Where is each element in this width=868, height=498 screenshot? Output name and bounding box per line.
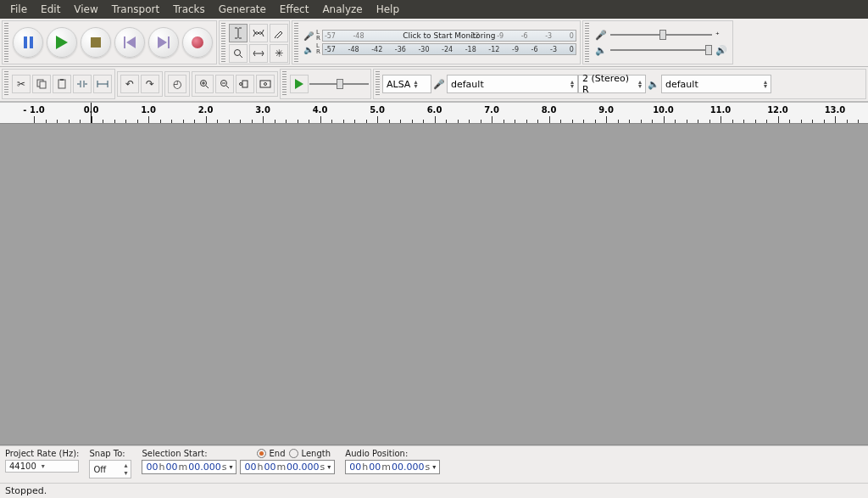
timeline-ruler[interactable]: - 1.00.01.02.03.04.05.06.07.08.09.010.01…	[0, 102, 868, 124]
meter-tick: -24	[442, 46, 453, 53]
menu-analyze[interactable]: Analyze	[315, 1, 369, 18]
menu-help[interactable]: Help	[370, 1, 406, 18]
play-at-speed-button[interactable]	[290, 75, 309, 93]
meter-tick: -42	[371, 46, 382, 53]
ruler-label: 3.0	[255, 105, 270, 115]
ruler-label: 6.0	[427, 105, 442, 115]
monitor-overlay[interactable]: Click to Start Monitoring	[323, 31, 576, 41]
fit-project-icon	[259, 79, 271, 89]
multi-tool[interactable]: ✳	[270, 44, 288, 63]
zoom-in-icon	[199, 79, 209, 89]
project-rate-combo[interactable]: 44100▾	[5, 460, 79, 473]
toolbar-grip[interactable]	[221, 23, 225, 62]
meter-tick: -30	[418, 46, 429, 53]
playback-speed-slider[interactable]	[309, 78, 369, 90]
copy-button[interactable]	[32, 75, 51, 93]
toolbar-grip[interactable]	[4, 71, 8, 97]
toolbar-grip[interactable]	[282, 71, 287, 97]
zoom-in-button[interactable]	[195, 75, 214, 93]
track-area[interactable]	[0, 124, 868, 445]
cut-icon: ✂	[17, 78, 25, 90]
cut-button[interactable]: ✂	[12, 75, 31, 93]
ruler-label: 12.0	[767, 105, 788, 115]
pause-icon	[24, 36, 33, 48]
ruler-label: 11.0	[710, 105, 732, 115]
recording-volume-slider[interactable]	[610, 29, 712, 41]
menu-effect[interactable]: Effect	[273, 1, 316, 18]
fit-selection-button[interactable]	[236, 75, 254, 93]
ruler-label: 10.0	[653, 105, 674, 115]
playback-volume-slider[interactable]	[610, 44, 712, 56]
paste-button[interactable]	[53, 75, 71, 93]
recording-device-combo[interactable]: default▴▾	[447, 75, 578, 93]
audio-position-time[interactable]: 00h 00m 00.000s▾	[345, 460, 440, 474]
recording-channels-combo[interactable]: 2 (Stereo) R▴▾	[578, 75, 646, 93]
menu-tracks[interactable]: Tracks	[166, 1, 212, 18]
snap-to-combo[interactable]: Off▴▾	[89, 460, 131, 478]
speaker-min-icon: 🔈	[595, 45, 607, 56]
recording-channels-value: 2 (Stereo) R	[582, 73, 635, 95]
mic-icon[interactable]: 🎤	[303, 31, 314, 41]
meter-tick: -36	[395, 46, 406, 53]
menu-generate[interactable]: Generate	[212, 1, 273, 18]
trim-button[interactable]	[73, 75, 92, 93]
stop-button[interactable]	[81, 27, 111, 58]
svg-rect-3	[40, 81, 46, 88]
skip-end-button[interactable]	[148, 27, 179, 58]
length-radio[interactable]	[289, 449, 298, 458]
skip-start-button[interactable]	[114, 27, 145, 58]
speaker-icon[interactable]: 🔈	[303, 45, 314, 54]
end-label: End	[270, 449, 286, 458]
zoom-icon	[233, 48, 243, 59]
ruler-label: 13.0	[825, 105, 846, 115]
record-button[interactable]	[182, 27, 213, 58]
mic-device-icon: 🎤	[431, 79, 447, 90]
toolbar-grip[interactable]	[4, 23, 8, 62]
ibeam-icon	[233, 27, 243, 39]
draw-tool[interactable]	[270, 24, 288, 42]
menu-file[interactable]: File	[3, 1, 34, 18]
pencil-icon	[274, 28, 284, 38]
redo-button[interactable]: ↷	[141, 75, 159, 93]
undo-button[interactable]: ↶	[120, 75, 139, 93]
ruler-label: 7.0	[484, 105, 499, 115]
record-icon	[192, 36, 203, 48]
end-radio[interactable]	[257, 449, 266, 458]
pause-button[interactable]	[13, 27, 43, 58]
selection-start-time[interactable]: 00h 00m 00.000s▾	[142, 460, 236, 474]
envelope-tool[interactable]	[249, 24, 268, 42]
clock-icon: ◴	[173, 78, 181, 90]
recording-meter[interactable]: -57 -48 -12 -9 -6 -3 0 Click to Start Mo…	[322, 30, 576, 42]
play-icon	[56, 36, 68, 49]
timeshift-tool[interactable]	[249, 44, 268, 63]
paste-icon	[57, 79, 67, 89]
toolbar-grip[interactable]	[585, 23, 589, 62]
toolbar-grip[interactable]	[294, 23, 298, 62]
copy-icon	[36, 79, 47, 89]
silence-icon	[97, 79, 108, 89]
menu-transport[interactable]: Transport	[105, 1, 166, 18]
speaker-max-icon: 🔊	[715, 45, 727, 56]
fit-selection-icon	[239, 79, 251, 89]
zoom-out-button[interactable]	[215, 75, 234, 93]
selection-tool[interactable]	[229, 24, 248, 42]
zoom-tool[interactable]	[229, 44, 248, 63]
skip-end-icon	[158, 36, 170, 48]
redo-icon: ↷	[146, 78, 154, 90]
audio-host-combo[interactable]: ALSA▴▾	[382, 75, 431, 93]
fit-project-button[interactable]	[256, 75, 275, 93]
timeshift-icon	[253, 49, 264, 58]
ruler-label: 8.0	[542, 105, 557, 115]
toolbar-grip[interactable]	[376, 71, 380, 97]
selection-end-time[interactable]: 00h 00m 00.000s▾	[240, 460, 335, 474]
playback-device-combo[interactable]: default▴▾	[661, 75, 771, 93]
silence-button[interactable]	[93, 75, 112, 93]
svg-point-0	[235, 50, 241, 56]
meter-tick: -9	[512, 46, 519, 53]
menu-edit[interactable]: Edit	[34, 1, 67, 18]
menu-view[interactable]: View	[67, 1, 104, 18]
playback-meter[interactable]: -57 -48 -42 -36 -30 -24 -18 -12 -9 -6 -3…	[322, 43, 576, 55]
edit-toolbar: ✂	[2, 69, 115, 99]
sync-lock-button[interactable]: ◴	[168, 75, 186, 93]
play-button[interactable]	[47, 27, 77, 58]
